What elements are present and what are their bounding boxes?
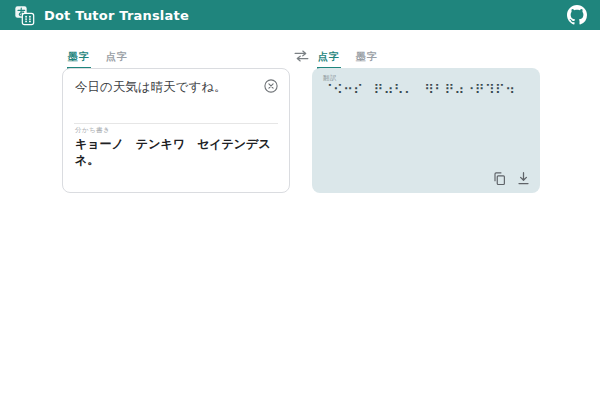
copy-icon	[492, 171, 507, 186]
segmented-label: 分かち書き	[75, 126, 110, 135]
segmented-text: キョーノ テンキワ セイテンデスネ。	[75, 136, 277, 168]
swap-icon	[293, 49, 310, 63]
divider	[74, 123, 278, 124]
tab-sumiji-output[interactable]: 墨字	[355, 48, 379, 69]
input-text[interactable]: 今日の天気は晴天ですね。	[75, 78, 255, 96]
braille-translate-logo-icon	[14, 5, 35, 26]
target-panel: 点字 墨字 翻訳 ⠈⠪⠒⠎⠀⠟⠴⠣⠄⠀⠻⠃⠟⠴⠐⠟⠹⠏⠲	[312, 48, 540, 193]
github-link[interactable]	[566, 4, 588, 26]
input-card[interactable]: 今日の天気は晴天ですね。 分かち書き キョーノ テンキワ セイテンデスネ。	[62, 68, 290, 193]
output-actions	[492, 171, 531, 186]
download-icon	[516, 171, 531, 186]
app-window: Dot Tutor Translate 墨字 点字 今日の天気は晴天ですね。	[0, 0, 600, 400]
clear-button[interactable]	[263, 78, 279, 94]
swap-direction-button[interactable]	[293, 49, 310, 63]
tab-sumiji-input[interactable]: 墨字	[67, 48, 91, 69]
tab-tenji-input[interactable]: 点字	[105, 48, 129, 69]
output-card: 翻訳 ⠈⠪⠒⠎⠀⠟⠴⠣⠄⠀⠻⠃⠟⠴⠐⠟⠹⠏⠲	[312, 68, 540, 193]
tab-tenji-output[interactable]: 点字	[317, 48, 341, 69]
braille-output: ⠈⠪⠒⠎⠀⠟⠴⠣⠄⠀⠻⠃⠟⠴⠐⠟⠹⠏⠲	[323, 82, 529, 99]
clear-icon	[263, 78, 279, 94]
target-tabs: 点字 墨字	[312, 48, 540, 68]
download-button[interactable]	[516, 171, 531, 186]
app-title: Dot Tutor Translate	[44, 8, 189, 23]
copy-button[interactable]	[492, 171, 507, 186]
source-panel: 墨字 点字 今日の天気は晴天ですね。 分かち書き キョーノ テンキワ セイテンデ…	[62, 48, 290, 193]
app-header: Dot Tutor Translate	[0, 0, 600, 30]
source-tabs: 墨字 点字	[62, 48, 290, 68]
github-icon	[567, 5, 587, 25]
